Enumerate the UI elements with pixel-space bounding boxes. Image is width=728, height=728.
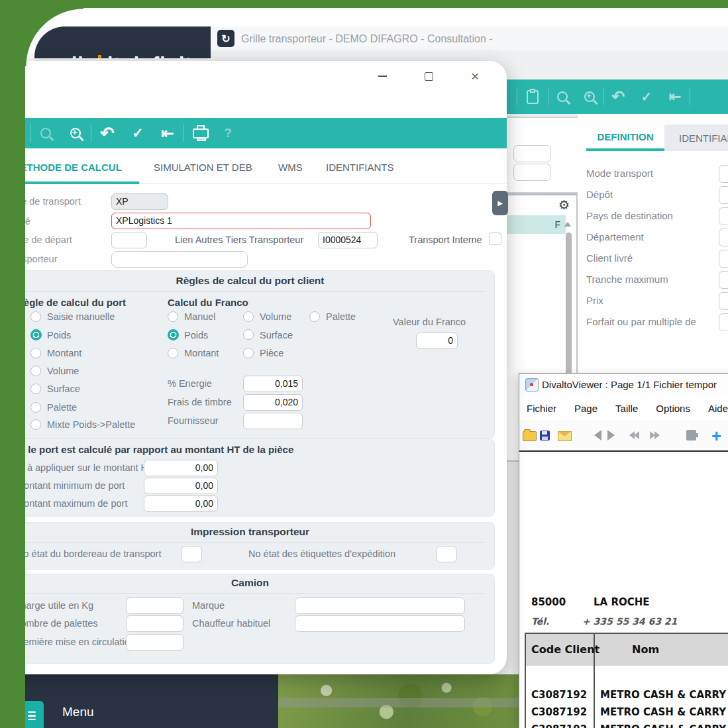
undo-icon[interactable]: ↶ [603,87,633,106]
paste-plus-icon[interactable] [517,90,548,104]
charge-utile-input[interactable] [126,598,183,614]
search-icon[interactable] [31,128,60,138]
confirm-icon[interactable]: ✓ [633,89,660,105]
radio-label: Manuel [184,311,216,322]
doc-cell-name: METRO CASH & CARRY [600,723,726,728]
bordereau-input[interactable] [181,546,202,562]
franco-input[interactable]: 0 [416,333,458,349]
radio-franco-manuel[interactable] [168,311,178,322]
expand-panel-button[interactable]: ▶ [492,191,508,215]
undo-icon[interactable]: ↶ [91,123,123,144]
tab-identifiants[interactable]: IDENTIFIANTS [326,162,394,173]
open-icon[interactable] [523,431,537,441]
menu-fichier[interactable]: Fichier [527,403,556,414]
tab-methode-de-calcul[interactable]: METHODE DE CALCUL [12,162,122,173]
frame-left [0,0,25,728]
save-icon[interactable] [540,431,550,441]
menu-label[interactable]: Menu [62,705,94,719]
confirm-icon[interactable]: ✓ [123,125,152,141]
logo-accent [98,55,101,58]
first-record-icon[interactable]: ⇤ [152,125,183,142]
search-plus-icon[interactable]: + [576,91,603,102]
mini-button[interactable] [513,145,551,162]
next-page-icon[interactable] [607,430,615,441]
tab-definition[interactable]: DEFINITION [586,125,664,148]
libelle-input[interactable]: XPLogistics 1 [111,213,371,229]
ht-row-input[interactable]: 0,00 [144,478,218,494]
first-record-icon[interactable]: ⇤ [660,88,690,105]
menu-hamburger-icon[interactable] [23,701,44,728]
print-icon[interactable] [183,129,218,138]
mise-circulation-input[interactable] [126,634,183,650]
field-input[interactable] [719,165,728,183]
window-controls: × [374,66,483,86]
menu-aide[interactable]: Aide [708,403,728,414]
prev-page-icon[interactable] [594,430,601,441]
radio-franco-piece[interactable] [243,348,254,358]
marque-input[interactable] [295,598,465,614]
radio-poids[interactable] [30,329,42,340]
field-input[interactable] [719,313,728,331]
field-input[interactable] [719,292,728,310]
minimize-button[interactable] [374,68,390,84]
doc-cell-code: C3087192 [531,706,587,718]
search-icon[interactable] [548,91,576,102]
nb-palettes-input[interactable] [126,615,183,632]
radio-label: Palette [326,311,356,322]
etiquettes-input[interactable] [436,546,457,562]
radio-palette[interactable] [30,402,41,413]
tab-wms[interactable]: WMS [278,162,303,173]
radio-label: Volume [260,311,291,322]
mode-transport-input[interactable]: XP [111,193,168,210]
scroll-up-icon[interactable] [564,222,571,227]
sync-icon: ↻ [217,30,234,47]
zoom-in-icon[interactable]: + [711,427,721,444]
maximize-button[interactable] [421,68,437,84]
menu-options[interactable]: Options [656,403,690,414]
field-input[interactable] [719,229,728,246]
transport-interne-checkbox[interactable] [489,233,501,245]
tab-simulation-et-deb[interactable]: SIMULATION ET DEB [154,162,252,173]
field-input[interactable] [719,250,728,268]
ht-row-input[interactable]: 0,00 [144,495,218,512]
viewer-titlebar[interactable]: DivaltoViewer : Page 1/1 Fichier tempor [519,374,728,397]
radio-surface[interactable] [30,384,41,394]
help-icon[interactable]: ? [218,126,238,140]
viewer-document: 85000 LA ROCHE Tél. + 335 55 34 63 21 Co… [519,450,728,728]
tab-identifiants[interactable]: IDENTIFIANTS [664,125,728,151]
menu-page[interactable]: Page [574,403,598,414]
radio-franco-surface[interactable] [243,329,254,340]
field-input[interactable] [719,186,728,204]
toolbar-separator [690,88,690,105]
radio-mixte[interactable] [30,419,41,430]
chauffeur-input[interactable] [295,615,465,632]
tab-active-underline [586,148,664,151]
mail-icon[interactable] [558,431,572,441]
doc-cell-code: C3087192 [531,723,587,728]
radio-franco-palette[interactable] [309,311,320,322]
gear-icon[interactable]: ⚙ [558,197,570,213]
menu-taille[interactable]: Taille [615,403,638,414]
transporteur-input[interactable] [111,251,248,268]
radio-franco-poids[interactable] [168,329,179,340]
radio-volume[interactable] [30,366,41,376]
doc-cell-code: C3087192 [531,689,587,701]
radio-saisie-manuelle[interactable] [30,311,41,322]
radio-franco-volume[interactable] [243,311,254,322]
field-input[interactable] [719,207,728,225]
timbre-input[interactable]: 0,020 [243,394,303,411]
close-button[interactable]: × [467,68,483,84]
search-plus-icon[interactable]: + [60,128,91,138]
field-input[interactable] [719,271,728,289]
lien-tiers-label: Lien Autres Tiers Transporteur [175,234,303,245]
heure-depart-input[interactable] [111,232,147,248]
fournisseur-input[interactable] [243,413,303,429]
ht-row-input[interactable]: 0,00 [144,460,218,476]
lien-tiers-input[interactable]: I0000524 [318,232,378,248]
radio-franco-montant[interactable] [168,348,178,358]
radio-label: Surface [47,384,80,394]
radio-montant[interactable] [30,348,41,358]
energie-input[interactable]: 0,015 [243,376,303,392]
export-page-icon[interactable] [686,430,696,441]
mini-button[interactable] [513,164,551,181]
